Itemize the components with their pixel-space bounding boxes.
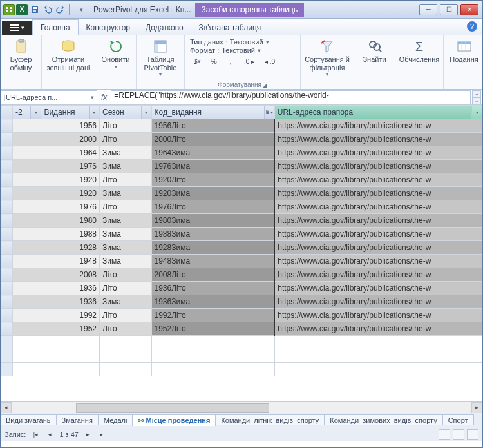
row-header[interactable] [1,173,13,187]
cell[interactable] [13,322,41,336]
table-row[interactable]: 1920Літо1920Літоhttps://www.cia.gov/libr… [1,173,482,187]
format-row[interactable]: Формат : Текстовий ▾ [190,46,295,54]
scrollbar-thumb[interactable] [76,403,269,413]
cell[interactable]: 1936Літо [151,282,274,295]
table-row[interactable]: 1936Зима1936Зимаhttps://www.cia.gov/libr… [1,295,482,309]
cell[interactable]: Літо [99,173,151,187]
nav-next-icon[interactable]: ▸ [84,430,93,439]
tab-design[interactable]: Конструктор [79,20,138,35]
nav-first-icon[interactable]: |◂ [31,430,40,439]
cell[interactable]: https://www.cia.gov/library/publications… [274,133,482,146]
save-icon[interactable] [29,4,41,15]
col-header-flag-url[interactable]: URL-адреса прапора▾ [274,106,482,119]
cell[interactable]: 1976 [41,160,100,173]
pivot-button[interactable]: Таблиця PivotTable ▾ [139,37,182,79]
datatype-row[interactable]: Тип даних : Текстовий ▾ [190,38,295,46]
undo-icon[interactable] [42,4,53,15]
sheet-tab[interactable]: Змагання [56,414,99,425]
cell[interactable]: Зима [99,255,151,268]
percent-button[interactable]: % [207,55,221,68]
col-header-season[interactable]: Сезон▾ [99,106,151,119]
decrease-decimal-button[interactable]: ◂ .0 [261,55,279,68]
cell[interactable]: https://www.cia.gov/library/publications… [274,187,482,200]
row-header[interactable] [1,228,13,241]
filter-dropdown-icon[interactable]: ▾ [89,106,99,119]
table-row[interactable]: 2000Літо2000Літоhttps://www.cia.gov/libr… [1,133,482,146]
cell[interactable]: 1980Зима [151,214,274,228]
sheet-tab[interactable]: Команди_літніх_видів_спорту [215,414,325,425]
cell[interactable]: 2000 [41,133,100,146]
table-row[interactable]: 1980Зима1980Зимаhttps://www.cia.gov/libr… [1,214,482,228]
getdata-button[interactable]: Отримати зовнішні дані [44,37,92,73]
table-row[interactable]: 1948Зима1948Зимаhttps://www.cia.gov/libr… [1,255,482,268]
table-row[interactable]: 1964Зима1964Зимаhttps://www.cia.gov/libr… [1,146,482,160]
row-header[interactable] [1,255,13,268]
cell[interactable]: 1928Зима [151,241,274,255]
cell[interactable]: 1936 [41,295,100,309]
cell[interactable] [13,173,41,187]
row-header[interactable] [1,322,13,336]
tab-home[interactable]: Головна [32,19,79,35]
cell[interactable]: https://www.cia.gov/library/publications… [274,160,482,173]
calc-button[interactable]: Σ Обчислення [398,37,440,66]
table-row-blank[interactable] [1,363,482,376]
cell[interactable]: 1920Зима [151,187,274,200]
row-header[interactable] [1,187,13,200]
formula-expand-down-icon[interactable]: ⌵ [472,97,481,104]
cell[interactable]: 1948Зима [151,255,274,268]
view-mode-button[interactable] [439,429,450,440]
cell[interactable]: 1936Зима [151,295,274,309]
row-header[interactable] [1,160,13,173]
table-row[interactable]: 2008Літо2008Літоhttps://www.cia.gov/libr… [1,268,482,282]
nav-prev-icon[interactable]: ◂ [45,430,54,439]
table-row[interactable]: 1976Зима1976Зимаhttps://www.cia.gov/libr… [1,160,482,173]
formula-input[interactable]: =REPLACE("https://www.cia.gov/library/pu… [111,90,471,104]
cell[interactable]: 1948 [41,255,100,268]
row-header[interactable] [1,282,13,295]
cell[interactable]: Зима [99,187,151,200]
cell[interactable] [13,255,41,268]
row-header[interactable] [1,295,13,309]
help-icon[interactable]: ? [467,21,477,32]
horizontal-scrollbar[interactable]: ◂ ▸ [1,402,482,413]
cell[interactable]: 1976 [41,200,100,214]
clipboard-button[interactable]: Буфер обміну [3,37,39,73]
sortfilter-button[interactable]: Сортування й фільтрація ▾ [303,37,351,79]
cell[interactable]: https://www.cia.gov/library/publications… [274,173,482,187]
sheet-tab-active[interactable]: ⚯ Місце проведення [132,414,216,426]
cell[interactable]: 1992Літо [151,309,274,322]
cell[interactable] [13,268,41,282]
filter-dropdown-icon[interactable]: ▾ [30,106,41,119]
cell[interactable]: https://www.cia.gov/library/publications… [274,295,482,309]
increase-decimal-button[interactable]: .0 ▸ [240,55,258,68]
row-header[interactable] [1,200,13,214]
cell[interactable]: 1976Зима [151,160,274,173]
cell[interactable] [13,160,41,173]
sheet-tab[interactable]: Команди_зимових_видів_спорту [324,414,442,425]
refresh-button[interactable]: Оновити ▾ [98,37,133,72]
cell[interactable]: https://www.cia.gov/library/publications… [274,200,482,214]
app-icon[interactable] [3,4,15,15]
cell[interactable]: Літо [99,133,151,146]
scroll-left-icon[interactable]: ◂ [1,402,12,413]
row-header[interactable] [1,268,13,282]
cell[interactable]: Літо [99,309,151,322]
qat-dropdown-icon[interactable]: ▾ [75,4,87,15]
cell[interactable]: 1956 [41,119,100,133]
cell[interactable]: https://www.cia.gov/library/publications… [274,119,482,133]
table-row[interactable]: 1928Зима1928Зимаhttps://www.cia.gov/libr… [1,241,482,255]
cell[interactable]: https://www.cia.gov/library/publications… [274,282,482,295]
fx-icon[interactable]: fx [97,93,111,102]
sheet-tab[interactable]: Спорт [442,414,474,425]
select-all-corner[interactable] [1,106,13,119]
table-row[interactable]: 1956Літо1956Літоhttps://www.cia.gov/libr… [1,119,482,133]
cell[interactable]: Зима [99,160,151,173]
col-header-edition[interactable]: Видання▾ [41,106,100,119]
cell[interactable] [13,187,41,200]
cell[interactable]: https://www.cia.gov/library/publications… [274,214,482,228]
filter-dropdown-icon[interactable]: ▾ [471,106,482,119]
table-row[interactable]: 1992Літо1992Літоhttps://www.cia.gov/libr… [1,309,482,322]
cell[interactable]: Літо [99,268,151,282]
cell[interactable]: Зима [99,214,151,228]
cell[interactable]: https://www.cia.gov/library/publications… [274,228,482,241]
